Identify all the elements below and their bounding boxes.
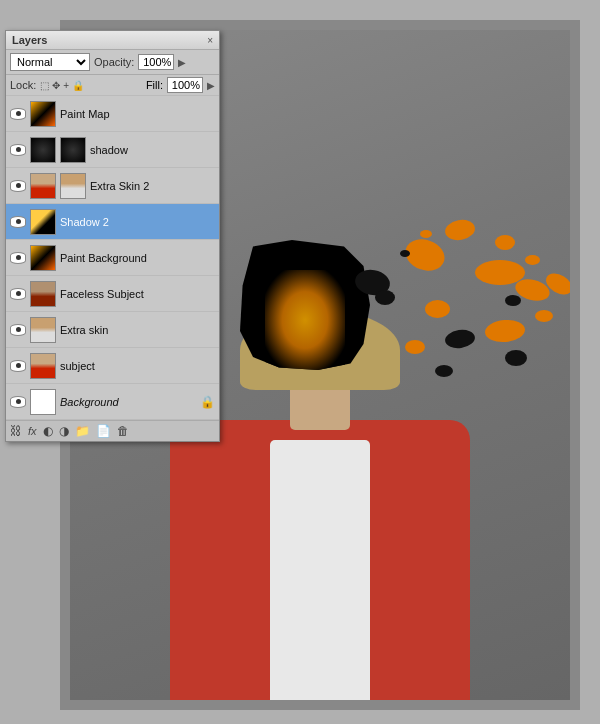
visibility-toggle-subject[interactable] <box>10 360 26 372</box>
blend-mode-select[interactable]: Normal <box>10 53 90 71</box>
layer-thumb-subject <box>30 353 56 379</box>
layer-row-paint-bg[interactable]: Paint Background <box>6 240 219 276</box>
opacity-label: Opacity: <box>94 56 134 68</box>
layer-name-shadow-2: Shadow 2 <box>60 216 215 228</box>
thumb2-shadow <box>60 137 86 163</box>
layer-name-extra-skin: Extra skin <box>60 324 215 336</box>
lock-position-icon[interactable]: ✥ <box>52 80 60 91</box>
visibility-toggle-faceless-subject[interactable] <box>10 288 26 300</box>
layer-name-faceless-subject: Faceless Subject <box>60 288 215 300</box>
panel-titlebar: Layers × <box>6 31 219 50</box>
layer-name-paint-map: Paint Map <box>60 108 215 120</box>
layer-row-shadow-2[interactable]: Shadow 2 <box>6 204 219 240</box>
panel-close-button[interactable]: × <box>207 35 213 46</box>
delete-layer-button[interactable]: 🗑 <box>117 424 129 438</box>
layer-fx-button[interactable]: fx <box>28 425 37 437</box>
visibility-toggle-extra-skin-2[interactable] <box>10 180 26 192</box>
thumb1-extra-skin-2 <box>30 173 56 199</box>
link-layers-button[interactable]: ⛓ <box>10 424 22 438</box>
layer-name-paint-bg: Paint Background <box>60 252 215 264</box>
layer-thumb-paint-map <box>30 101 56 127</box>
opacity-input[interactable] <box>138 54 174 70</box>
thumb2-extra-skin-2 <box>60 173 86 199</box>
shirt-white <box>270 440 370 700</box>
new-layer-button[interactable]: 📄 <box>96 424 111 438</box>
visibility-toggle-shadow[interactable] <box>10 144 26 156</box>
new-group-button[interactable]: 📁 <box>75 424 90 438</box>
thumb1-shadow <box>30 137 56 163</box>
layer-row-faceless-subject[interactable]: Faceless Subject <box>6 276 219 312</box>
fill-label: Fill: <box>146 79 163 91</box>
visibility-toggle-extra-skin[interactable] <box>10 324 26 336</box>
layer-name-background: Background <box>60 396 196 408</box>
layers-panel: Layers × Normal Opacity: ▶ Lock: ⬚ ✥ + 🔒… <box>5 30 220 442</box>
blend-mode-row: Normal Opacity: ▶ <box>6 50 219 75</box>
layer-row-shadow[interactable]: shadow <box>6 132 219 168</box>
panel-toolbar: ⛓ fx ◐ ◑ 📁 📄 🗑 <box>6 420 219 441</box>
yellow-glow <box>265 270 345 370</box>
layer-row-paint-map[interactable]: Paint Map <box>6 96 219 132</box>
lock-all-icon[interactable]: 🔒 <box>72 80 84 91</box>
visibility-toggle-paint-map[interactable] <box>10 108 26 120</box>
visibility-toggle-paint-bg[interactable] <box>10 252 26 264</box>
opacity-arrow[interactable]: ▶ <box>178 57 186 68</box>
visibility-toggle-shadow-2[interactable] <box>10 216 26 228</box>
layer-thumb-extra-skin <box>30 317 56 343</box>
layer-list: Paint MapshadowExtra Skin 2Shadow 2Paint… <box>6 96 219 420</box>
fill-arrow[interactable]: ▶ <box>207 80 215 91</box>
shirt-red <box>170 420 470 700</box>
new-adjustment-button[interactable]: ◑ <box>59 424 69 438</box>
layer-thumb-faceless-subject <box>30 281 56 307</box>
visibility-toggle-background[interactable] <box>10 396 26 408</box>
splatter-particles <box>345 220 570 420</box>
layer-thumb-paint-bg <box>30 245 56 271</box>
layer-name-shadow: shadow <box>90 144 215 156</box>
layer-thumb-shadow-2 <box>30 209 56 235</box>
layer-thumb-background <box>30 389 56 415</box>
layer-name-subject: subject <box>60 360 215 372</box>
lock-fill-row: Lock: ⬚ ✥ + 🔒 Fill: ▶ <box>6 75 219 96</box>
add-mask-button[interactable]: ◐ <box>43 424 53 438</box>
lock-icons-group: ⬚ ✥ + 🔒 <box>40 80 84 91</box>
panel-title: Layers <box>12 34 47 46</box>
bg-lock-icon: 🔒 <box>200 395 215 409</box>
layer-row-background[interactable]: Background🔒 <box>6 384 219 420</box>
fill-input[interactable] <box>167 77 203 93</box>
lock-pixel-icon[interactable]: ⬚ <box>40 80 49 91</box>
layer-row-extra-skin-2[interactable]: Extra Skin 2 <box>6 168 219 204</box>
layer-name-extra-skin-2: Extra Skin 2 <box>90 180 215 192</box>
layer-row-extra-skin[interactable]: Extra skin <box>6 312 219 348</box>
lock-label: Lock: <box>10 79 36 91</box>
layer-row-subject[interactable]: subject <box>6 348 219 384</box>
lock-artboard-icon[interactable]: + <box>63 80 69 91</box>
